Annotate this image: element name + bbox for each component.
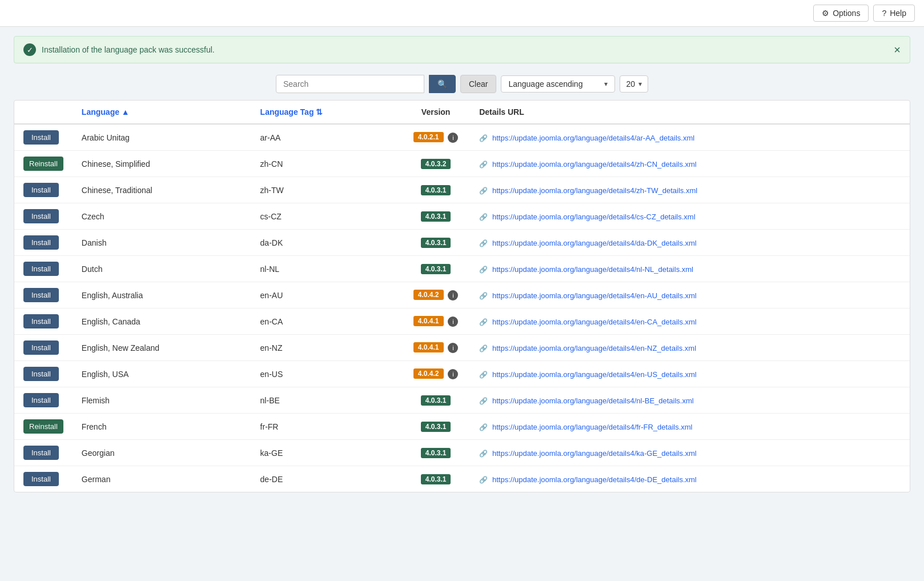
install-button[interactable]: Install	[23, 183, 59, 197]
info-icon[interactable]: i	[448, 343, 458, 353]
external-link-icon: 🔗	[479, 187, 488, 195]
version-badge: 4.0.3.1	[421, 448, 451, 458]
info-icon[interactable]: i	[448, 369, 458, 379]
tag-cell: en-US	[251, 361, 402, 387]
details-link[interactable]: https://update.joomla.org/language/detai…	[492, 423, 692, 431]
tag-cell: en-NZ	[251, 335, 402, 361]
alert-close-button[interactable]: ×	[894, 44, 901, 55]
details-cell: 🔗 https://update.joomla.org/language/det…	[470, 440, 910, 466]
alert-success: ✓ Installation of the language pack was …	[14, 36, 910, 63]
version-cell: 4.0.3.1	[401, 230, 470, 256]
external-link-icon: 🔗	[479, 239, 488, 247]
details-cell: 🔗 https://update.joomla.org/language/det…	[470, 466, 910, 492]
details-link[interactable]: https://update.joomla.org/language/detai…	[492, 475, 697, 484]
col-tag: Language Tag ⇅	[251, 101, 402, 124]
details-link[interactable]: https://update.joomla.org/language/detai…	[492, 239, 697, 247]
language-cell: Dutch	[73, 256, 251, 282]
external-link-icon: 🔗	[479, 450, 488, 458]
sort-label: Language ascending	[508, 79, 582, 89]
page-size-dropdown[interactable]: 20 ▾	[620, 75, 648, 93]
tag-cell: en-CA	[251, 308, 402, 335]
details-link[interactable]: https://update.joomla.org/language/detai…	[492, 291, 697, 300]
table-row: Install Georgian ka-GE 4.0.3.1 🔗 https:/…	[14, 440, 910, 466]
info-icon[interactable]: i	[448, 133, 458, 143]
language-sort-link[interactable]: Language ▲	[82, 107, 130, 117]
version-badge: 4.0.3.1	[421, 474, 451, 484]
details-cell: 🔗 https://update.joomla.org/language/det…	[470, 308, 910, 335]
help-button[interactable]: ? Help	[873, 5, 915, 22]
install-button[interactable]: Install	[23, 314, 59, 328]
tag-cell: zh-TW	[251, 177, 402, 203]
info-icon[interactable]: i	[448, 316, 458, 327]
details-link[interactable]: https://update.joomla.org/language/detai…	[492, 318, 697, 326]
version-cell: 4.0.4.1 i	[401, 335, 470, 361]
language-cell: Chinese, Simplified	[73, 151, 251, 177]
version-cell: 4.0.4.2 i	[401, 282, 470, 308]
gear-icon: ⚙	[822, 9, 829, 18]
action-cell: Install	[14, 230, 73, 256]
help-icon: ?	[882, 9, 886, 18]
top-bar: ⚙ Options ? Help	[0, 0, 924, 27]
details-cell: 🔗 https://update.joomla.org/language/det…	[470, 256, 910, 282]
version-badge: 4.0.3.1	[421, 422, 451, 432]
external-link-icon: 🔗	[479, 371, 488, 379]
sort-dropdown[interactable]: Language ascending ▾	[501, 75, 615, 93]
version-cell: 4.0.3.1	[401, 466, 470, 492]
install-button[interactable]: Install	[23, 340, 59, 355]
action-cell: Install	[14, 308, 73, 335]
install-button[interactable]: Install	[23, 472, 59, 486]
details-link[interactable]: https://update.joomla.org/language/detai…	[492, 370, 697, 379]
table-row: Install English, USA en-US 4.0.4.2 i 🔗 h…	[14, 361, 910, 387]
version-badge: 4.0.3.1	[421, 211, 451, 222]
info-icon[interactable]: i	[448, 290, 458, 300]
chevron-down-icon: ▾	[638, 80, 642, 88]
alert-message: Installation of the language pack was su…	[42, 45, 894, 54]
install-button[interactable]: Install	[23, 130, 59, 145]
table-row: Install German de-DE 4.0.3.1 🔗 https://u…	[14, 466, 910, 492]
details-cell: 🔗 https://update.joomla.org/language/det…	[470, 151, 910, 177]
details-link[interactable]: https://update.joomla.org/language/detai…	[492, 449, 697, 458]
options-button[interactable]: ⚙ Options	[813, 5, 869, 22]
install-button[interactable]: Install	[23, 288, 59, 302]
table-row: Install English, Canada en-CA 4.0.4.1 i …	[14, 308, 910, 335]
version-cell: 4.0.4.2 i	[401, 361, 470, 387]
details-cell: 🔗 https://update.joomla.org/language/det…	[470, 124, 910, 151]
external-link-icon: 🔗	[479, 266, 488, 274]
col-action	[14, 101, 73, 124]
version-badge: 4.0.3.1	[421, 238, 451, 248]
details-cell: 🔗 https://update.joomla.org/language/det…	[470, 387, 910, 414]
details-link[interactable]: https://update.joomla.org/language/detai…	[492, 396, 694, 405]
details-link[interactable]: https://update.joomla.org/language/detai…	[492, 265, 693, 274]
install-button[interactable]: Install	[23, 367, 59, 381]
install-button[interactable]: Install	[23, 235, 59, 250]
reinstall-button[interactable]: Reinstall	[23, 419, 63, 434]
install-button[interactable]: Install	[23, 209, 59, 223]
reinstall-button[interactable]: Reinstall	[23, 157, 63, 171]
tag-cell: zh-CN	[251, 151, 402, 177]
version-cell: 4.0.3.2	[401, 151, 470, 177]
clear-button[interactable]: Clear	[460, 75, 496, 93]
version-badge: 4.0.4.2	[413, 290, 444, 300]
details-link[interactable]: https://update.joomla.org/language/detai…	[492, 160, 697, 169]
table-row: Install Dutch nl-NL 4.0.3.1 🔗 https://up…	[14, 256, 910, 282]
page-size-value: 20	[626, 79, 635, 89]
tag-cell: da-DK	[251, 230, 402, 256]
install-button[interactable]: Install	[23, 446, 59, 460]
details-link[interactable]: https://update.joomla.org/language/detai…	[492, 344, 696, 352]
action-cell: Install	[14, 335, 73, 361]
search-input[interactable]	[276, 75, 424, 93]
external-link-icon: 🔗	[479, 344, 488, 352]
language-cell: Georgian	[73, 440, 251, 466]
language-table-container: Language ▲ Language Tag ⇅ Version Detail…	[14, 100, 910, 492]
tag-sort-link[interactable]: Language Tag ⇅	[260, 107, 323, 117]
col-version: Version	[401, 101, 470, 124]
action-cell: Install	[14, 124, 73, 151]
install-button[interactable]: Install	[23, 393, 59, 407]
details-link[interactable]: https://update.joomla.org/language/detai…	[492, 134, 694, 142]
install-button[interactable]: Install	[23, 262, 59, 276]
details-link[interactable]: https://update.joomla.org/language/detai…	[492, 213, 696, 221]
tag-cell: cs-CZ	[251, 203, 402, 230]
version-badge: 4.0.3.1	[421, 185, 451, 195]
details-link[interactable]: https://update.joomla.org/language/detai…	[492, 186, 697, 195]
search-button[interactable]: 🔍	[429, 75, 456, 93]
